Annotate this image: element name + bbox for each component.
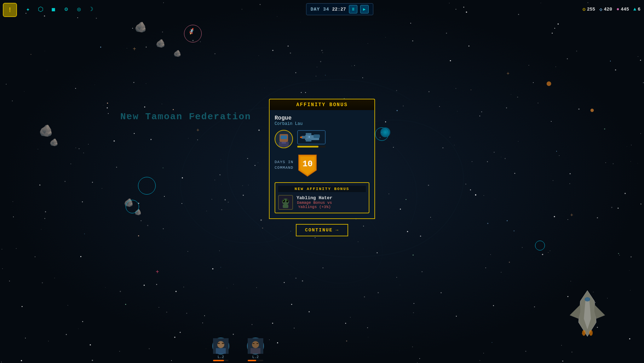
svg-point-18 (287, 200, 287, 201)
svg-rect-11 (306, 139, 311, 142)
bonus-item: Yabling Hater Damage Bonus vs Yablings (… (278, 195, 366, 210)
bonus-icon (278, 195, 293, 210)
continue-label: CONTINUE (305, 227, 333, 233)
bonus-text: Yabling Hater Damage Bonus vs Yablings (… (297, 195, 332, 209)
ship-display (297, 130, 326, 144)
svg-rect-10 (306, 133, 311, 135)
continue-arrow-icon: → (335, 227, 339, 233)
svg-rect-8 (301, 136, 306, 139)
svg-point-16 (286, 200, 288, 202)
affinity-modal-container: AFFINITY BONUS Rogue Corbain Lau (269, 127, 375, 236)
ship-health-fill (297, 146, 318, 148)
bonus-desc-line2: Yablings (+3%) (298, 205, 331, 209)
modal-title-bar: AFFINITY BONUS (269, 99, 375, 110)
character-sub: Corbain Lau (275, 121, 369, 126)
days-section: DAYS INCOMMAND 10 (275, 153, 369, 177)
bonus-desc: Damage Bonus vs Yablings (+3%) (297, 201, 332, 209)
new-affinity-title: NEW AFFINITY BONUS (278, 186, 366, 192)
ship-health-bar (297, 146, 326, 148)
bonus-desc-line1: Damage Bonus vs (297, 201, 332, 205)
new-affinity-box: NEW AFFINITY BONUS (275, 182, 369, 213)
character-row (275, 130, 369, 148)
bonus-name: Yabling Hater (297, 195, 332, 201)
modal-body: Rogue Corbain Lau (269, 110, 375, 219)
svg-point-15 (283, 200, 285, 202)
character-info: Rogue Corbain Lau (275, 115, 369, 126)
svg-rect-4 (282, 142, 286, 144)
svg-rect-7 (314, 134, 320, 138)
continue-button-wrapper: CONTINUE → (269, 224, 375, 236)
portrait-column (275, 130, 293, 148)
svg-rect-12 (309, 136, 310, 138)
svg-point-17 (283, 200, 284, 201)
continue-button[interactable]: CONTINUE → (296, 224, 348, 236)
days-label: DAYS INCOMMAND (275, 160, 293, 171)
modal-title: AFFINITY BONUS (296, 102, 348, 108)
modal-overlay: AFFINITY BONUS Rogue Corbain Lau (0, 0, 644, 363)
svg-rect-2 (281, 136, 287, 139)
character-name: Rogue (275, 115, 369, 121)
days-value: 10 (303, 159, 313, 169)
svg-rect-9 (300, 137, 302, 138)
character-portrait (275, 130, 293, 148)
svg-rect-19 (283, 204, 288, 208)
affinity-modal: AFFINITY BONUS Rogue Corbain Lau (269, 99, 375, 236)
ship-column (297, 130, 326, 148)
days-badge-wrapper: 10 (297, 153, 318, 177)
